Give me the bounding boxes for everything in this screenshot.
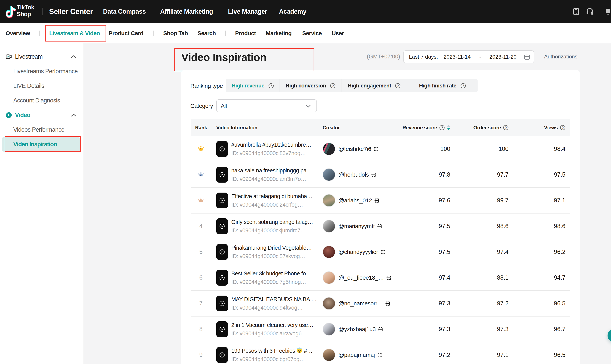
- svg-text:?: ?: [505, 126, 507, 130]
- svg-text:?: ?: [441, 126, 443, 130]
- svg-text:1: 1: [200, 148, 202, 151]
- svg-text:2: 2: [200, 174, 202, 176]
- svg-text:?: ?: [397, 84, 399, 88]
- svg-text:?: ?: [462, 84, 464, 88]
- svg-text:3: 3: [200, 199, 202, 202]
- svg-text:?: ?: [270, 84, 272, 88]
- svg-text:?: ?: [562, 126, 564, 130]
- svg-text:?: ?: [332, 84, 334, 88]
